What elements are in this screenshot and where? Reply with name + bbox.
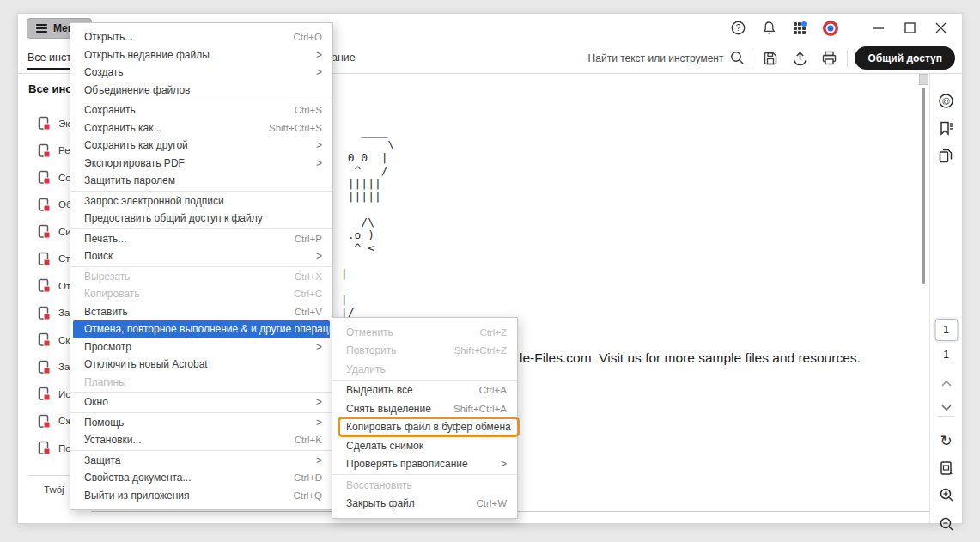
share-button[interactable]: Общий доступ — [855, 46, 955, 70]
close-icon[interactable] — [931, 19, 950, 38]
avatar[interactable] — [819, 17, 842, 40]
menu-item-label: Вставить — [84, 306, 128, 318]
apps-grid-icon[interactable] — [788, 17, 811, 40]
menu-item: Удалить — [332, 360, 517, 379]
bell-icon[interactable] — [758, 17, 780, 40]
menu-item-label: Свойства документа... — [84, 472, 192, 484]
menu-item[interactable]: Отмена, повторное выполнение & и другие … — [73, 320, 330, 338]
menu-item-label: Создать — [84, 66, 124, 78]
menu-item[interactable]: Просмотр> — [70, 338, 332, 356]
menu-item-label: Экспортировать PDF — [84, 157, 185, 169]
sidebar-tool-label: Ис — [58, 389, 70, 399]
menu-item[interactable]: Помощь> — [70, 414, 332, 432]
page-total-label: 1 — [943, 349, 949, 361]
menu-item-shortcut: Ctrl+S — [295, 105, 322, 115]
page-view-icon[interactable] — [936, 458, 957, 478]
tool-icon — [38, 278, 51, 293]
rotate-icon[interactable]: ↻ — [936, 430, 957, 451]
help-icon[interactable]: ? — [727, 17, 749, 40]
menu-item[interactable]: Сделать снимок — [332, 436, 517, 455]
menu-item[interactable]: Поиск> — [70, 247, 332, 265]
menu-item[interactable]: Проверять правописание> — [332, 455, 517, 474]
undo-redo-submenu: ОтменитьCtrl+ZПовторитьShift+Ctrl+ZУдали… — [332, 317, 518, 519]
menu-item-label: Копировать файл в буфер обмена — [338, 417, 520, 437]
comment-icon[interactable]: @ — [936, 90, 957, 111]
scrollbar-thumb[interactable] — [922, 88, 925, 284]
menu-item[interactable]: Установки...Ctrl+K — [70, 431, 332, 449]
menu-item-shortcut: Ctrl+P — [295, 234, 322, 244]
search-input[interactable]: Найти текст или инструмент — [588, 51, 746, 65]
submenu-arrow-icon: > — [316, 341, 322, 353]
menu-item[interactable]: Открыть...Ctrl+O — [70, 28, 332, 46]
menu-item[interactable]: Сохранить как...Shift+Ctrl+S — [70, 119, 332, 137]
menu-item[interactable]: Закрыть файлCtrl+W — [332, 495, 517, 514]
scrollbar-track-top[interactable] — [919, 74, 928, 85]
menu-item[interactable]: ВставитьCtrl+V — [70, 303, 332, 321]
menu-item[interactable]: Выделить всеCtrl+A — [332, 381, 517, 400]
menu-item[interactable]: Открыть недавние файлы> — [70, 46, 332, 64]
sidebar-tool-label: Эк — [58, 119, 70, 129]
tool-icon — [38, 143, 51, 158]
print-icon[interactable] — [818, 47, 840, 70]
menu-separator — [70, 412, 332, 413]
menu-item[interactable]: Запрос электронной подписи — [70, 192, 332, 210]
submenu-arrow-icon: > — [316, 49, 322, 61]
chevron-down-icon[interactable] — [936, 397, 957, 417]
menu-item[interactable]: Предоставить общий доступ к файлу — [70, 210, 332, 228]
menu-item[interactable]: Окно> — [70, 393, 332, 411]
sidebar-tool-label: За — [58, 362, 70, 372]
menu-item[interactable]: Свойства документа...Ctrl+D — [70, 469, 332, 487]
menu-item[interactable]: Печать...Ctrl+P — [70, 230, 332, 248]
menu-item-label: Плагины — [84, 376, 126, 388]
menu-item[interactable]: Выйти из приложенияCtrl+Q — [70, 487, 332, 505]
page-number-input[interactable]: 1 — [934, 319, 958, 341]
menu-item-label: Выделить все — [346, 384, 413, 396]
menu-item[interactable]: Сохранить как другой> — [70, 137, 332, 155]
menu-separator — [332, 380, 517, 381]
menu-separator — [70, 100, 332, 100]
menu-item-shortcut: Ctrl+A — [479, 385, 507, 395]
save-icon[interactable] — [759, 47, 782, 70]
tab-partial[interactable]: ание — [332, 52, 356, 64]
search-icon — [730, 51, 745, 65]
ascii-art: ____ \ 0 0 | ^ / ||||| ||||| _/\ .o ) ^ … — [334, 125, 394, 319]
menu-item[interactable]: СохранитьCtrl+S — [70, 101, 332, 119]
maximize-icon[interactable] — [900, 19, 919, 38]
minimize-icon[interactable] — [869, 19, 888, 38]
menu-item[interactable]: Копировать файл в буфер обмена — [332, 418, 517, 437]
menu-item-label: Проверять правописание — [346, 458, 468, 470]
bookmark-icon[interactable] — [936, 118, 957, 138]
menu-item-shortcut: Shift+Ctrl+S — [269, 123, 322, 133]
menu-item-shortcut: Ctrl+D — [294, 472, 322, 483]
submenu-arrow-icon: > — [316, 396, 322, 408]
menu-item-label: Повторить — [346, 344, 397, 356]
tool-icon — [38, 332, 51, 347]
menu-item[interactable]: Защита> — [70, 452, 332, 470]
file-menu-dropdown: Открыть...Ctrl+OОткрыть недавние файлы>С… — [70, 22, 333, 510]
chevron-up-icon[interactable] — [936, 373, 957, 393]
acrobat-window: Меню ? — [17, 13, 963, 524]
menu-item[interactable]: Экспортировать PDF> — [70, 155, 332, 173]
submenu-arrow-icon: > — [316, 250, 322, 262]
pages-icon[interactable] — [936, 145, 957, 166]
menu-item[interactable]: Защитить паролем — [70, 172, 332, 190]
menu-item-label: Помощь — [84, 417, 124, 429]
menu-item-label: Копировать — [84, 288, 140, 300]
menu-item[interactable]: Создать> — [70, 64, 332, 82]
menu-separator — [70, 450, 332, 451]
tool-icon — [38, 387, 51, 401]
menu-item-label: Отмена, повторное выполнение & и другие … — [84, 323, 340, 335]
menu-item-label: Восстановить — [346, 479, 412, 491]
zoom-out-icon[interactable] — [936, 514, 957, 534]
menu-item-shortcut: Shift+Ctrl+A — [453, 404, 507, 414]
menu-item-label: Запрос электронной подписи — [84, 195, 224, 207]
upload-icon[interactable] — [788, 47, 811, 70]
menu-item[interactable]: Объединение файлов — [70, 82, 332, 100]
sidebar-tool-label: Ре — [58, 145, 70, 155]
zoom-in-icon[interactable] — [936, 484, 957, 505]
sidebar-heading: Все инс — [28, 82, 72, 95]
menu-item[interactable]: Снять выделениеShift+Ctrl+A — [332, 399, 517, 418]
sidebar-tool-label: За — [58, 308, 70, 318]
menu-item-shortcut: Ctrl+K — [295, 435, 322, 445]
menu-item[interactable]: Отключить новый Acrobat — [70, 356, 332, 374]
